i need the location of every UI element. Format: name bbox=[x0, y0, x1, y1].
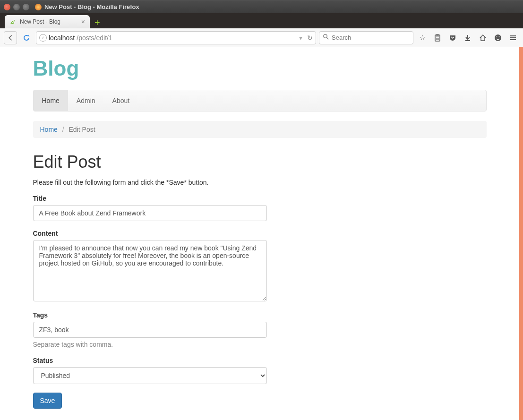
url-bar[interactable]: i localhost/posts/edit/1 ▾ ↻ bbox=[36, 31, 316, 44]
status-label: Status bbox=[33, 357, 487, 364]
svg-point-10 bbox=[499, 36, 500, 37]
window-title: New Post - Blog - Mozilla Firefox bbox=[35, 3, 139, 10]
downloads-icon[interactable] bbox=[462, 32, 474, 44]
window-minimize-button[interactable] bbox=[13, 4, 20, 10]
site-info-icon[interactable]: i bbox=[39, 34, 47, 42]
breadcrumb-separator: / bbox=[60, 126, 67, 133]
svg-line-1 bbox=[327, 38, 329, 40]
breadcrumb: Home / Edit Post bbox=[33, 121, 487, 138]
breadcrumb-current: Edit Post bbox=[69, 126, 95, 133]
window-maximize-button[interactable] bbox=[23, 4, 29, 10]
nav-admin[interactable]: Admin bbox=[68, 90, 104, 111]
tags-input[interactable] bbox=[33, 322, 267, 338]
window-controls bbox=[4, 4, 29, 10]
url-host: localhost bbox=[49, 34, 75, 42]
title-label: Title bbox=[33, 195, 487, 202]
save-button[interactable]: Save bbox=[33, 393, 62, 409]
title-input[interactable] bbox=[33, 205, 267, 221]
url-dropdown-icon[interactable]: ▾ bbox=[299, 34, 302, 42]
home-icon[interactable] bbox=[477, 32, 489, 44]
page-reload-icon[interactable]: ↻ bbox=[304, 34, 313, 42]
firefox-icon bbox=[35, 4, 42, 10]
refresh-button[interactable] bbox=[20, 31, 33, 44]
browser-tab[interactable]: zf New Post - Blog × bbox=[5, 15, 90, 28]
content-label: Content bbox=[33, 230, 487, 237]
pocket-icon[interactable] bbox=[446, 32, 459, 44]
page-viewport: Blog Home Admin About Home / Edit Post E… bbox=[0, 47, 523, 420]
url-path: /posts/edit/1 bbox=[77, 34, 112, 42]
browser-tabbar: zf New Post - Blog × + bbox=[0, 13, 523, 28]
svg-point-8 bbox=[495, 34, 501, 41]
tab-close-icon[interactable]: × bbox=[81, 18, 85, 26]
form-instruction: Please fill out the following form and c… bbox=[33, 179, 487, 186]
svg-point-9 bbox=[497, 36, 497, 37]
page-title: Edit Post bbox=[33, 152, 487, 172]
search-icon bbox=[323, 34, 329, 41]
main-nav: Home Admin About bbox=[33, 90, 487, 111]
site-brand[interactable]: Blog bbox=[33, 57, 487, 80]
hamburger-menu-icon[interactable] bbox=[507, 32, 519, 44]
search-input[interactable] bbox=[332, 34, 411, 41]
status-select[interactable]: Published bbox=[33, 367, 267, 384]
new-tab-button[interactable]: + bbox=[90, 17, 105, 28]
back-button[interactable] bbox=[4, 31, 17, 44]
bookmark-star-icon[interactable]: ☆ bbox=[416, 32, 429, 44]
nav-home[interactable]: Home bbox=[34, 90, 68, 111]
nav-about[interactable]: About bbox=[104, 90, 138, 111]
smiley-icon[interactable] bbox=[492, 32, 504, 44]
content-textarea[interactable]: I'm pleased to announce that now you can… bbox=[33, 240, 267, 301]
search-bar[interactable] bbox=[319, 31, 413, 44]
tab-favicon-icon: zf bbox=[9, 18, 16, 25]
browser-toolbar: i localhost/posts/edit/1 ▾ ↻ ☆ bbox=[0, 28, 523, 47]
window-titlebar: New Post - Blog - Mozilla Firefox bbox=[0, 0, 523, 13]
tags-label: Tags bbox=[33, 311, 487, 319]
clipboard-icon[interactable] bbox=[431, 32, 444, 44]
tab-title: New Post - Blog bbox=[20, 18, 60, 25]
window-title-text: New Post - Blog - Mozilla Firefox bbox=[44, 3, 139, 10]
svg-point-0 bbox=[324, 34, 327, 38]
svg-rect-3 bbox=[436, 34, 439, 35]
breadcrumb-home-link[interactable]: Home bbox=[40, 126, 58, 133]
window-close-button[interactable] bbox=[4, 4, 10, 10]
tags-help-text: Separate tags with comma. bbox=[33, 341, 487, 348]
